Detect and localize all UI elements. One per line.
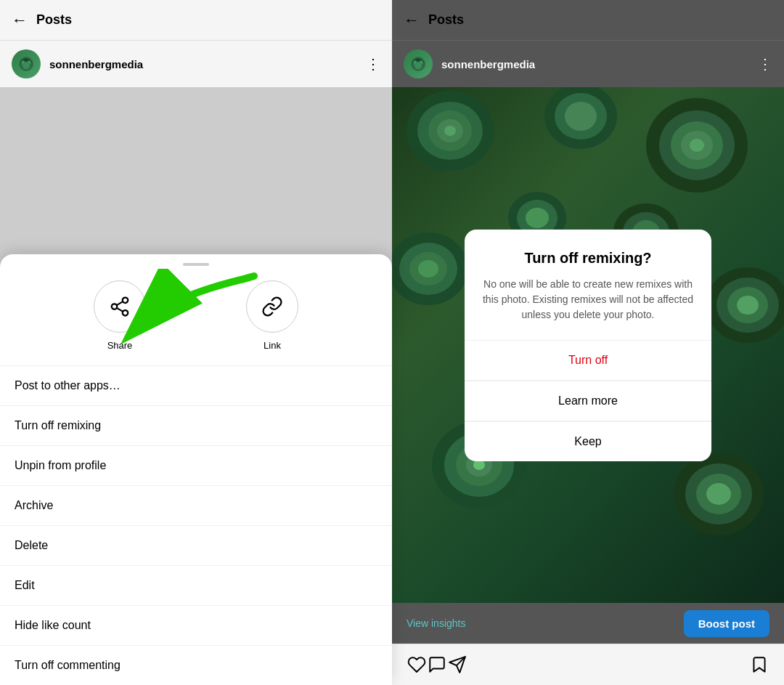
link-button[interactable]: Link xyxy=(246,280,298,351)
handle-bar xyxy=(183,263,209,266)
menu-item-unpin[interactable]: Unpin from profile xyxy=(0,446,392,486)
bottom-sheet: Share Link Post to other apps… Turn off … xyxy=(0,254,392,685)
svg-point-34 xyxy=(706,483,731,505)
more-options-left[interactable]: ⋮ xyxy=(366,55,380,73)
share-row: Share Link xyxy=(0,272,392,366)
svg-point-17 xyxy=(690,139,704,152)
menu-item-archive[interactable]: Archive xyxy=(0,486,392,526)
left-page-title: Posts xyxy=(36,12,359,28)
right-panel: ← Posts sonnenbergmedia ⋮ xyxy=(392,0,784,685)
back-button-left[interactable]: ← xyxy=(12,11,28,30)
svg-point-30 xyxy=(473,460,485,470)
right-header: ← Posts xyxy=(392,0,784,41)
avatar-left xyxy=(12,49,41,78)
svg-point-40 xyxy=(526,208,549,228)
dialog-content: Turn off remixing? No one will be able t… xyxy=(465,230,711,323)
menu-list: Post to other apps… Turn off remixing Un… xyxy=(0,366,392,685)
dialog-title: Turn off remixing? xyxy=(482,250,694,267)
svg-line-4 xyxy=(117,308,123,312)
menu-item-edit[interactable]: Edit xyxy=(0,566,392,606)
menu-item-turn-off-commenting[interactable]: Turn off commenting xyxy=(0,646,392,685)
right-page-title: Posts xyxy=(428,12,751,28)
left-panel: ← Posts sonnenbergmedia ⋮ xyxy=(0,0,392,685)
dialog-description: No one will be able to create new remixe… xyxy=(482,277,694,323)
sheet-handle xyxy=(0,254,392,272)
link-label: Link xyxy=(264,340,281,351)
svg-point-12 xyxy=(444,126,456,136)
bookmark-button[interactable] xyxy=(749,654,769,675)
share-label: Share xyxy=(107,340,133,351)
username-right: sonnenbergmedia xyxy=(441,58,758,70)
heart-button[interactable] xyxy=(407,654,427,675)
comment-button[interactable] xyxy=(427,654,447,675)
back-button-right[interactable]: ← xyxy=(404,11,420,30)
more-options-right[interactable]: ⋮ xyxy=(758,55,772,73)
keep-button[interactable]: Keep xyxy=(465,422,711,461)
share-button[interactable]: Share xyxy=(94,280,146,351)
share-icon-circle xyxy=(94,280,146,333)
boost-post-button[interactable]: Boost post xyxy=(684,610,769,637)
left-header: ← Posts xyxy=(0,0,392,41)
link-icon-circle xyxy=(246,280,298,333)
turn-off-button[interactable]: Turn off xyxy=(465,341,711,381)
svg-point-21 xyxy=(418,260,438,277)
background-image: Turn off remixing? No one will be able t… xyxy=(392,87,784,603)
view-insights-link[interactable]: View insights xyxy=(407,617,465,629)
bottom-bar: View insights Boost post xyxy=(392,603,784,644)
svg-point-37 xyxy=(565,102,597,131)
menu-item-turn-off-remixing[interactable]: Turn off remixing xyxy=(0,406,392,446)
svg-line-5 xyxy=(117,301,123,305)
dialog-card: Turn off remixing? No one will be able t… xyxy=(465,230,711,461)
svg-point-25 xyxy=(737,296,759,315)
username-left: sonnenbergmedia xyxy=(49,58,366,70)
menu-item-delete[interactable]: Delete xyxy=(0,526,392,566)
avatar-right xyxy=(404,49,433,78)
left-user-row: sonnenbergmedia ⋮ xyxy=(0,41,392,87)
right-user-row: sonnenbergmedia ⋮ xyxy=(392,41,784,87)
menu-item-hide-like-count[interactable]: Hide like count xyxy=(0,606,392,646)
bottom-actions xyxy=(392,644,784,685)
menu-item-post-to-other-apps[interactable]: Post to other apps… xyxy=(0,366,392,406)
learn-more-button[interactable]: Learn more xyxy=(465,381,711,421)
share-post-button[interactable] xyxy=(447,654,467,675)
